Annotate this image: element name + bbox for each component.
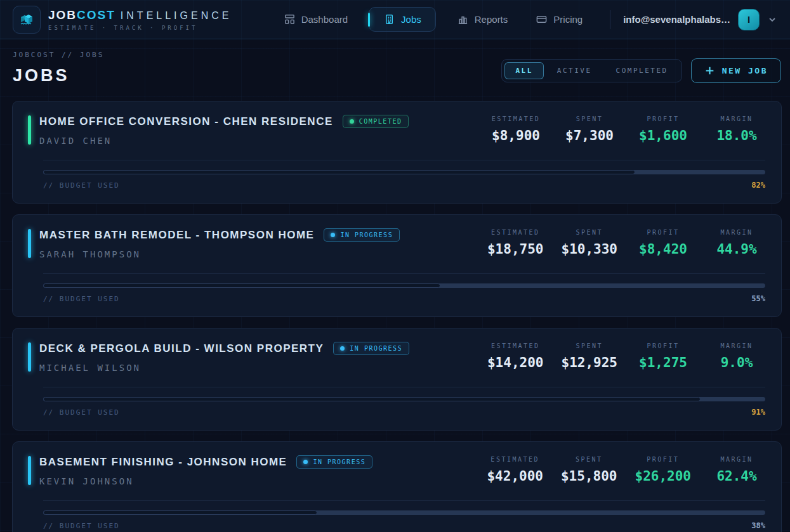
budget-footer: // BUDGET USED 55%: [43, 273, 765, 303]
metric-margin: MARGIN 9.0%: [709, 342, 765, 373]
new-job-label: NEW JOB: [722, 66, 768, 75]
metric-label: PROFIT: [647, 342, 679, 349]
budget-label: // BUDGET USED: [43, 181, 120, 190]
client-name: DAVID CHEN: [39, 136, 409, 146]
metric-value: $8,900: [492, 128, 540, 143]
new-job-button[interactable]: NEW JOB: [691, 58, 781, 83]
metric-value: $42,000: [487, 469, 543, 484]
nav-label: Reports: [475, 14, 508, 25]
metric-value: 18.0%: [716, 128, 756, 143]
building-icon: [383, 13, 395, 25]
budget-label: // BUDGET USED: [43, 522, 120, 530]
nav-label: Dashboard: [301, 14, 348, 25]
main-nav: Dashboard Jobs Reports: [273, 7, 593, 32]
status-badge: IN PROGRESS: [296, 455, 372, 469]
brand: JOBCOSTINTELLIGENCE ESTIMATE · TRACK · P…: [13, 6, 232, 34]
budget-pct: 91%: [751, 408, 765, 417]
metric-label: SPENT: [576, 456, 603, 463]
metric-value: 9.0%: [721, 355, 753, 370]
job-title: MASTER BATH REMODEL - THOMPSON HOME: [39, 229, 314, 242]
nav-item-dashboard[interactable]: Dashboard: [273, 7, 359, 32]
metric-estimated: ESTIMATED $42,000: [487, 456, 543, 486]
status-accent-bar: [28, 456, 31, 485]
user-area: info@sevenalphalabs… I: [610, 9, 777, 30]
metric-value: $8,420: [639, 242, 687, 257]
budget-label: // BUDGET USED: [43, 408, 120, 417]
status-badge: IN PROGRESS: [324, 228, 400, 242]
budget-label: // BUDGET USED: [43, 295, 120, 303]
budget-bar-fill: [43, 510, 317, 515]
status-badge: COMPLETED: [343, 115, 409, 128]
job-metrics: ESTIMATED $8,900 SPENT $7,300 PROFIT $1,…: [488, 115, 765, 146]
status-accent-bar: [28, 115, 31, 145]
cube-logo-icon: [13, 6, 41, 34]
job-card[interactable]: MASTER BATH REMODEL - THOMPSON HOME IN P…: [12, 214, 782, 317]
status-accent-bar: [28, 342, 31, 372]
status-accent-bar: [28, 229, 31, 258]
metric-margin: MARGIN 62.4%: [709, 456, 765, 486]
job-list: HOME OFFICE CONVERSION - CHEN RESIDENCE …: [12, 101, 782, 532]
plus-icon: [704, 65, 715, 76]
metric-label: MARGIN: [720, 229, 753, 236]
metric-value: $10,330: [561, 242, 617, 257]
budget-bar-fill: [43, 283, 440, 288]
nav-item-reports[interactable]: Reports: [446, 7, 519, 32]
chevron-down-icon[interactable]: [767, 15, 777, 25]
budget-bar: [43, 283, 765, 288]
filter-tabs: ALL ACTIVE COMPLETED: [501, 59, 681, 82]
metric-spent: SPENT $10,330: [561, 229, 617, 259]
client-name: KEVIN JOHNSON: [39, 476, 372, 486]
budget-bar: [43, 397, 765, 401]
status-badge: IN PROGRESS: [333, 342, 409, 355]
status-label: IN PROGRESS: [350, 345, 402, 352]
metric-value: $18,750: [487, 242, 544, 257]
metric-spent: SPENT $12,925: [561, 342, 617, 373]
budget-bar: [43, 170, 765, 174]
job-metrics: ESTIMATED $42,000 SPENT $15,800 PROFIT $…: [487, 455, 765, 486]
filter-tab-active[interactable]: ACTIVE: [546, 62, 603, 79]
budget-footer: // BUDGET USED 91%: [43, 387, 765, 417]
metric-profit: PROFIT $1,275: [635, 342, 691, 373]
nav-item-jobs[interactable]: Jobs: [369, 7, 436, 32]
metric-value: $12,925: [561, 355, 617, 370]
metric-spent: SPENT $7,300: [562, 115, 617, 146]
job-title: HOME OFFICE CONVERSION - CHEN RESIDENCE: [39, 115, 333, 128]
metric-label: PROFIT: [647, 115, 679, 122]
top-navigation-bar: JOBCOSTINTELLIGENCE ESTIMATE · TRACK · P…: [0, 0, 790, 39]
metric-label: ESTIMATED: [491, 342, 540, 349]
metric-estimated: ESTIMATED $8,900: [488, 115, 544, 146]
metric-label: SPENT: [576, 229, 603, 236]
page-title: JOBS: [13, 66, 104, 86]
job-card[interactable]: BASEMENT FINISHING - JOHNSON HOME IN PRO…: [12, 441, 782, 532]
metric-label: SPENT: [576, 342, 603, 349]
divider: [610, 10, 610, 29]
metric-label: SPENT: [576, 115, 603, 122]
dashboard-grid-icon: [284, 13, 296, 25]
job-card[interactable]: HOME OFFICE CONVERSION - CHEN RESIDENCE …: [12, 101, 782, 204]
metric-label: ESTIMATED: [492, 115, 541, 122]
status-dot-icon: [303, 460, 308, 464]
metric-value: $26,200: [635, 469, 691, 484]
metric-label: MARGIN: [720, 342, 753, 349]
avatar[interactable]: I: [738, 9, 760, 30]
client-name: SARAH THOMPSON: [39, 249, 400, 259]
brand-tagline: ESTIMATE · TRACK · PROFIT: [48, 25, 232, 31]
budget-pct: 82%: [751, 181, 765, 190]
job-title: DECK & PERGOLA BUILD - WILSON PROPERTY: [39, 342, 324, 355]
job-card[interactable]: DECK & PERGOLA BUILD - WILSON PROPERTY I…: [12, 328, 782, 431]
brand-title-secondary: INTELLIGENCE: [121, 10, 232, 21]
budget-pct: 55%: [751, 294, 765, 303]
metric-value: $1,600: [639, 128, 687, 143]
brand-text: JOBCOSTINTELLIGENCE ESTIMATE · TRACK · P…: [48, 8, 232, 31]
metric-label: PROFIT: [647, 456, 679, 463]
status-label: IN PROGRESS: [340, 231, 393, 238]
metric-label: MARGIN: [720, 456, 753, 463]
filter-tab-all[interactable]: ALL: [504, 62, 543, 79]
filter-tab-completed[interactable]: COMPLETED: [605, 62, 679, 79]
brand-title-primary: JOB: [48, 8, 77, 22]
metric-label: PROFIT: [647, 229, 679, 236]
nav-item-pricing[interactable]: Pricing: [525, 7, 593, 32]
main-content: JOBCOST // JOBS JOBS ALL ACTIVE COMPLETE…: [0, 39, 790, 532]
bar-chart-icon: [457, 13, 469, 25]
user-email: info@sevenalphalabs…: [623, 14, 730, 25]
